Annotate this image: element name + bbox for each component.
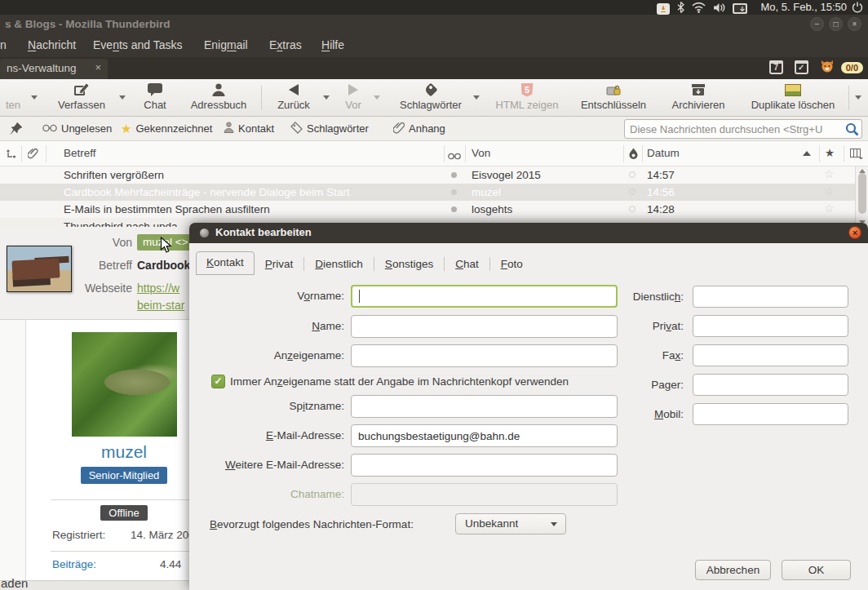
tab-kontakt[interactable]: Kontakt [196, 251, 255, 275]
format-select[interactable]: Unbekannt [455, 513, 566, 535]
filter-unread-button[interactable]: Ungelesen [42, 120, 112, 137]
star-toggle-icon[interactable]: ☆ [824, 184, 835, 197]
clock[interactable]: Mo, 5. Feb., 15:50 [760, 1, 847, 13]
back-button[interactable]: Zurück [268, 81, 320, 115]
menu-item-nachricht[interactable]: Nachricht [28, 38, 76, 51]
filter-starred-label: Gekennzeichnet [135, 122, 212, 135]
forward-button[interactable]: Vor [334, 81, 372, 115]
tab-foto[interactable]: Foto [490, 254, 534, 275]
message-row-selected[interactable]: Cardbook Mehrfacheinträge - nervende Dia… [0, 184, 855, 201]
fax-input[interactable] [693, 344, 848, 366]
tab-sonstiges[interactable]: Sonstiges [374, 254, 444, 275]
star-toggle-icon[interactable]: ☆ [824, 202, 835, 215]
volume-icon[interactable] [713, 2, 725, 16]
column-header-date[interactable]: Datum [647, 147, 680, 159]
addressbook-button[interactable]: Adressbuch [181, 81, 256, 115]
tasks-tab-icon[interactable]: ✓ [795, 60, 808, 74]
chatname-input [351, 483, 618, 506]
ok-button[interactable]: OK [782, 560, 851, 580]
compose-dropdown-icon[interactable] [119, 95, 126, 100]
always-display-label[interactable]: Immer Anzeigename statt der Angabe im Na… [230, 375, 569, 388]
window-titlebar[interactable]: s & Blogs - Mozilla Thunderbird − □ × [0, 15, 868, 34]
read-indicator-icon[interactable] [451, 172, 457, 178]
column-header-from[interactable]: Von [472, 147, 490, 159]
forward-dropdown-icon[interactable] [374, 95, 380, 100]
column-picker-icon[interactable] [850, 149, 863, 162]
email-input[interactable] [351, 424, 618, 447]
chat-button[interactable]: Chat [134, 81, 176, 115]
filter-contact-button[interactable]: Kontakt [224, 120, 274, 137]
menu-item-enigmail[interactable]: Enigmail [204, 38, 248, 51]
pin-icon[interactable] [10, 122, 23, 138]
window-close-button[interactable]: × [848, 17, 861, 31]
message-list-header: Betreff Von Datum ★ [0, 141, 868, 166]
filter-tags-button[interactable]: Schlagwörter [290, 120, 369, 137]
show-html-button[interactable]: 5 HTML zeigen [488, 81, 566, 115]
tags-dropdown-icon[interactable] [473, 95, 480, 100]
mobile-input[interactable] [693, 403, 848, 425]
dialog-close-button[interactable]: × [848, 226, 861, 239]
message-row[interactable]: Schriften vergrößern Eisvogel 2015 14:57… [0, 166, 855, 184]
junk-indicator-icon[interactable] [629, 189, 636, 195]
compose-button[interactable]: Verfassen [46, 81, 117, 115]
tab-chat[interactable]: Chat [445, 254, 489, 275]
bluetooth-icon[interactable] [677, 2, 684, 16]
thread-column-icon[interactable] [6, 149, 17, 162]
tab-close-icon[interactable]: × [95, 61, 101, 73]
cancel-button[interactable]: Abbrechen [695, 560, 771, 580]
archive-button[interactable]: Archivieren [661, 81, 736, 115]
posts-label[interactable]: Beiträge: [52, 558, 96, 570]
delete-duplicates-button[interactable]: Duplikate löschen [739, 81, 847, 115]
list-scrollbar[interactable] [855, 166, 868, 227]
fox-addon-icon[interactable] [820, 60, 835, 75]
calendar-tab-icon[interactable]: 7 [769, 60, 783, 74]
get-messages-dropdown-icon[interactable] [31, 95, 38, 100]
column-separator [844, 145, 844, 162]
search-input[interactable] [630, 122, 840, 136]
menu-item-partial[interactable]: n [0, 38, 7, 51]
filter-starred-button[interactable]: ★ Gekennzeichnet [121, 120, 212, 137]
wifi-icon[interactable] [692, 2, 706, 16]
menu-item-extras[interactable]: Extras [269, 38, 302, 51]
decrypt-button[interactable]: Entschlüsseln [573, 81, 654, 115]
junk-indicator-icon[interactable] [629, 171, 636, 178]
menu-item-hilfe[interactable]: Hilfe [321, 38, 344, 51]
junk-indicator-icon[interactable] [629, 206, 636, 212]
star-column-icon[interactable]: ★ [825, 146, 835, 159]
tab-privat[interactable]: Privat [255, 254, 304, 275]
filter-attachment-button[interactable]: Anhang [393, 120, 445, 137]
work-phone-input[interactable] [693, 286, 848, 308]
read-column-icon[interactable] [448, 150, 461, 162]
junk-column-icon[interactable] [629, 148, 638, 162]
tab-dienstlich[interactable]: Dienstlich [304, 254, 374, 275]
home-phone-input[interactable] [693, 315, 848, 337]
pager-input[interactable] [693, 374, 848, 396]
tray-app-icon[interactable] [657, 3, 670, 15]
website-link-line1[interactable]: https://w [137, 282, 179, 295]
get-messages-button[interactable]: ten [0, 81, 31, 115]
tab-addons-verwaltung[interactable]: ns-Verwaltung × [0, 59, 108, 79]
read-indicator-icon[interactable] [451, 206, 457, 212]
message-row[interactable]: E-Mails in bestimmten Sprachen ausfilter… [0, 201, 855, 218]
back-dropdown-icon[interactable] [323, 95, 330, 100]
chat-icon [134, 81, 176, 99]
tags-button[interactable]: Schlagwörter [390, 81, 472, 115]
power-icon[interactable] [852, 2, 863, 16]
star-toggle-icon[interactable]: ☆ [824, 167, 835, 180]
always-display-checkbox[interactable]: ✓ [211, 375, 225, 388]
toolbar-overflow-icon[interactable] [855, 95, 861, 100]
scrollbar-thumb[interactable] [858, 173, 866, 214]
search-icon[interactable] [845, 122, 859, 139]
column-header-subject[interactable]: Betreff [64, 147, 96, 159]
menu-item-events-tasks[interactable]: Events and Tasks [93, 38, 182, 51]
minimize-button[interactable]: − [810, 17, 824, 31]
keyboard-indicator-icon[interactable] [733, 3, 747, 14]
forward-label: Vor [345, 99, 361, 111]
dialog-titlebar[interactable]: Kontakt bearbeiten × [189, 223, 868, 243]
read-indicator-icon[interactable] [451, 189, 457, 195]
maximize-button[interactable]: □ [829, 17, 843, 31]
email2-input[interactable] [351, 454, 618, 477]
attachment-column-icon[interactable] [28, 148, 38, 162]
row-date: 14:57 [647, 169, 675, 181]
website-link-line2[interactable]: beim-star [137, 299, 184, 312]
